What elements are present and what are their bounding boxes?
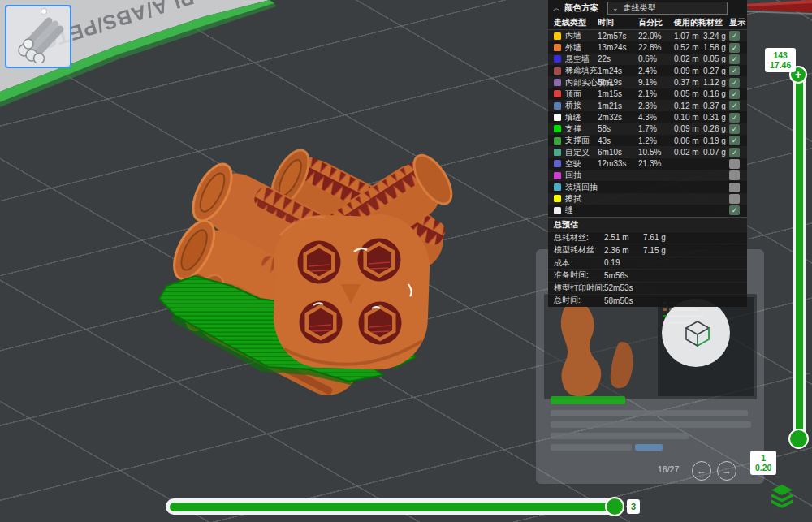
- line-type-color-swatch: [554, 44, 561, 51]
- totals-label: 总耗材丝:: [554, 232, 604, 244]
- visibility-checkbox[interactable]: [729, 148, 740, 157]
- time-cell: 13m24s: [598, 43, 638, 52]
- percent-cell: 2.4%: [638, 67, 674, 75]
- line-type-label: 顶面: [565, 88, 581, 100]
- totals-value-1: 58m50s: [604, 296, 643, 305]
- line-type-color-swatch: [554, 90, 561, 97]
- line-type-color-swatch: [554, 149, 561, 156]
- totals-value-1: 2.51 m: [604, 233, 643, 242]
- percent-cell: 1.2%: [638, 136, 674, 145]
- panel-header: ︿ 颜色方案 ⌄ 走线类型: [548, 0, 747, 16]
- totals-row: 模型耗材丝: 2.36 m 7.15 g: [548, 244, 747, 257]
- slicer-3d-viewport[interactable]: PLA/ABS/PETG: [0, 0, 812, 522]
- top-layer-height: 17.46: [770, 60, 791, 70]
- totals-label: 总时间:: [554, 295, 604, 306]
- line-type-color-swatch: [554, 114, 561, 121]
- col-header-time: 时间: [598, 17, 638, 28]
- time-cell: 12m57s: [598, 32, 638, 41]
- totals-value-1: 0.19: [604, 258, 643, 267]
- filament-length-cell: 0.09 m: [674, 67, 703, 75]
- col-header-type: 走线类型: [554, 17, 598, 28]
- visibility-checkbox[interactable]: [729, 101, 740, 110]
- filament-length-cell: 0.37 m: [674, 78, 703, 87]
- layer-slider-lower-handle[interactable]: [788, 429, 809, 449]
- line-type-label: 支撑: [565, 123, 581, 135]
- visibility-checkbox[interactable]: [729, 159, 740, 169]
- layer-slider-fill: [796, 70, 803, 443]
- tips-prev-button[interactable]: ←: [692, 461, 711, 481]
- totals-row: 准备时间: 5m56s: [548, 269, 747, 282]
- line-type-label: 缝: [565, 205, 573, 216]
- layers-view-icon[interactable]: [768, 482, 796, 510]
- time-cell: 43s: [598, 136, 638, 145]
- visibility-checkbox[interactable]: [729, 54, 740, 64]
- line-type-label: 自定义: [565, 147, 590, 158]
- visibility-checkbox[interactable]: [729, 78, 740, 88]
- arrow-right-icon: →: [722, 465, 732, 477]
- line-type-row: 回抽: [548, 170, 747, 181]
- line-type-row: 内墙 12m57s 22.0% 1.07 m 3.24 g: [548, 30, 747, 41]
- percent-cell: 0.6%: [638, 54, 674, 63]
- visibility-checkbox[interactable]: [729, 183, 740, 192]
- filament-weight-cell: 1.58 g: [703, 43, 729, 52]
- line-type-row: 稀疏填充 1m24s 2.4% 0.09 m 0.27 g: [548, 65, 747, 76]
- layer-slider-top-tooltip: 143 17.46: [765, 48, 796, 72]
- visibility-checkbox[interactable]: [729, 170, 740, 180]
- visibility-checkbox[interactable]: [729, 124, 740, 134]
- line-type-color-swatch: [554, 207, 561, 214]
- filament-weight-cell: 0.05 g: [703, 54, 729, 63]
- filament-length-cell: 0.06 m: [674, 136, 703, 145]
- totals-label: 成本:: [554, 257, 604, 269]
- line-type-row: 支撑 58s 1.7% 0.09 m 0.26 g: [548, 123, 747, 135]
- totals-row: 成本: 0.19: [548, 257, 747, 270]
- thumbnail-model-icon: [6, 6, 67, 63]
- time-cell: 12m33s: [598, 159, 638, 168]
- line-type-color-swatch: [554, 195, 561, 202]
- line-type-label: 内墙: [565, 30, 581, 41]
- visibility-checkbox[interactable]: [729, 43, 740, 53]
- time-cell: 2m32s: [598, 113, 638, 122]
- tips-text-line: [551, 433, 689, 439]
- line-type-color-swatch: [554, 160, 561, 167]
- line-type-row: 缝: [548, 205, 747, 216]
- time-cell: 1m24s: [598, 67, 638, 75]
- line-type-row: 装填回抽: [548, 181, 747, 192]
- filament-weight-cell: 0.37 g: [703, 101, 729, 110]
- step-slider-value: 3: [627, 499, 640, 514]
- visibility-checkbox[interactable]: [729, 194, 740, 204]
- model-thumbnail[interactable]: [5, 5, 71, 68]
- line-type-label: 空驶: [565, 158, 581, 170]
- filament-weight-cell: 0.31 g: [703, 113, 729, 122]
- visibility-checkbox[interactable]: [729, 66, 740, 75]
- filament-length-cell: 0.09 m: [674, 124, 703, 133]
- visibility-checkbox[interactable]: [729, 205, 740, 215]
- filament-weight-cell: 0.16 g: [703, 89, 729, 98]
- totals-label: 模型耗材丝:: [554, 244, 604, 256]
- tube-hole-top-right: [358, 239, 401, 282]
- filament-length-cell: 0.10 m: [674, 113, 703, 122]
- line-type-row: 顶面 1m15s 2.1% 0.05 m 0.16 g: [548, 88, 747, 100]
- visibility-checkbox[interactable]: [729, 136, 740, 145]
- visibility-checkbox[interactable]: [729, 31, 740, 41]
- line-type-label: 回抽: [565, 170, 581, 181]
- visibility-checkbox[interactable]: [729, 89, 740, 99]
- totals-label: 准备时间:: [554, 270, 604, 281]
- col-header-show: 显示: [729, 17, 745, 28]
- line-type-row: 支撑面 43s 1.2% 0.06 m 0.19 g: [548, 135, 747, 146]
- filament-weight-cell: 3.24 g: [703, 32, 729, 41]
- chevron-down-icon: ⌄: [612, 4, 619, 12]
- tips-text-line: [551, 410, 748, 416]
- sliced-model[interactable]: [159, 145, 459, 406]
- arrow-left-icon: ←: [697, 465, 706, 477]
- step-slider-handle[interactable]: [605, 497, 624, 516]
- collapse-icon[interactable]: ︿: [553, 3, 560, 14]
- totals-value-1: 5m56s: [604, 271, 643, 280]
- view-type-dropdown[interactable]: ⌄ 走线类型: [607, 2, 728, 15]
- visibility-checkbox[interactable]: [729, 113, 740, 123]
- tips-next-button[interactable]: →: [717, 461, 736, 481]
- tips-title-blurred: [551, 396, 625, 404]
- filament-length-cell: 1.07 m: [674, 32, 703, 41]
- tube-hole-bottom-left: [300, 301, 343, 344]
- line-type-color-swatch: [554, 67, 561, 75]
- tips-link-blurred: [635, 444, 663, 451]
